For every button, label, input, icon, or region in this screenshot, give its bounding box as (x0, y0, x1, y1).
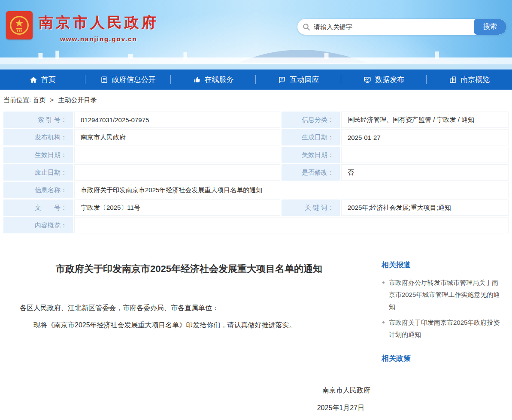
meta-value-docno: 宁政发〔2025〕11号 (74, 199, 280, 216)
meta-label-issuer: 发布机构： (3, 129, 73, 145)
meta-value-invalid (341, 147, 509, 163)
signature-block: 南京市人民政府 2025年1月27日 (16, 381, 379, 417)
meta-value-issuer: 南京市人民政府 (74, 129, 280, 145)
search-button[interactable]: 搜索 (474, 19, 506, 35)
nav-item-home[interactable]: 首页 (0, 69, 85, 90)
related-report-link[interactable]: 市政府办公厅转发市城市管理局关于南京市2025年城市管理工作实施意见的通知 (382, 277, 503, 312)
meta-label-modified: 是否修改： (282, 164, 340, 181)
article-salutation: 各区人民政府、江北新区管委会，市府各委办局、市各直属单位： (20, 302, 379, 314)
meta-label-summary: 内容概览： (3, 217, 73, 233)
signature-name: 南京市人民政府 (16, 381, 379, 399)
national-emblem-logo (6, 11, 33, 39)
nav-item-data-release[interactable]: 数据发布 (341, 69, 427, 90)
page: 南京市人民政府 www.nanjing.gov.cn 搜索 首页 (0, 0, 512, 420)
breadcrumb-home-link[interactable]: 首页 (33, 96, 45, 103)
main-nav: 首页 政府信息公开 在线服务 互动回应 数据发布 (0, 69, 512, 90)
meta-label-name: 信息名称： (3, 182, 73, 198)
meta-label-index: 索 引 号： (3, 112, 73, 128)
chat-icon (278, 76, 286, 84)
nav-label: 首页 (41, 75, 56, 85)
site-title: 南京市人民政府 (39, 13, 159, 33)
site-url: www.nanjing.gov.cn (39, 35, 159, 42)
sidebar: 相关报道 市政府办公厅转发市城市管理局关于南京市2025年城市管理工作实施意见的… (379, 244, 509, 420)
article: 市政府关于印发南京市2025年经济社会发展重大项目名单的通知 各区人民政府、江北… (3, 244, 379, 420)
search-input[interactable] (314, 23, 474, 30)
meta-label-invalid: 失效日期： (282, 147, 340, 163)
meta-label-docno: 文 号： (3, 199, 73, 216)
home-icon (30, 76, 37, 84)
meta-value-gendate: 2025-01-27 (341, 129, 509, 145)
meta-value-category: 国民经济管理、国有资产监管 / 宁政发 / 通知 (341, 112, 509, 128)
related-report-link[interactable]: 市政府关于印发南京市2025年政府投资计划的通知 (382, 317, 503, 341)
document-icon (100, 76, 108, 84)
meta-label-gendate: 生成日期： (282, 129, 340, 145)
nav-item-interaction[interactable]: 互动回应 (256, 69, 341, 90)
nav-label: 互动回应 (290, 75, 319, 85)
monitor-icon (364, 76, 371, 84)
breadcrumb-prefix: 当前位置: (3, 96, 31, 103)
thumbs-up-icon (193, 76, 201, 84)
building-icon (449, 76, 457, 84)
document-meta-table: 索 引 号： 012947031/2025-07975 信息分类： 国民经济管理… (3, 112, 509, 233)
meta-label-effective: 生效日期： (3, 147, 73, 163)
nav-label: 南京概览 (460, 75, 490, 85)
nav-item-online-service[interactable]: 在线服务 (171, 69, 256, 90)
meta-value-name: 市政府关于印发南京市2025年经济社会发展重大项目名单的通知 (74, 182, 509, 198)
related-reports-list: 市政府办公厅转发市城市管理局关于南京市2025年城市管理工作实施意见的通知 市政… (382, 277, 503, 341)
meta-label-abolish: 废止日期： (3, 164, 73, 181)
breadcrumb-separator: > (50, 96, 54, 103)
breadcrumb: 当前位置: 首页 > 主动公开目录 (0, 90, 512, 110)
search-bar: 搜索 (297, 19, 506, 35)
signature-date: 2025年1月27日 (16, 399, 379, 417)
nav-item-gov-info[interactable]: 政府信息公开 (85, 69, 171, 90)
meta-value-keyword: 2025年;经济社会发展;重大项目;通知 (341, 199, 509, 216)
meta-value-effective (74, 147, 280, 163)
meta-value-index: 012947031/2025-07975 (74, 112, 280, 128)
article-paragraph: 现将《南京市2025年经济社会发展重大项目名单》印发给你们，请认真做好推进落实。 (20, 319, 379, 332)
meta-label-category: 信息分类： (282, 112, 340, 128)
search-icon (303, 23, 310, 31)
nav-item-overview[interactable]: 南京概览 (427, 69, 512, 90)
meta-label-keyword: 关 键 词： (282, 199, 340, 216)
meta-value-summary (74, 217, 509, 233)
nav-label: 政府信息公开 (112, 75, 156, 85)
related-policies-heading: 相关政策 (382, 354, 503, 363)
article-title: 市政府关于印发南京市2025年经济社会发展重大项目名单的通知 (16, 262, 362, 276)
meta-value-modified: 否 (341, 164, 509, 181)
nav-label: 在线服务 (205, 75, 234, 85)
site-banner: 南京市人民政府 www.nanjing.gov.cn 搜索 (0, 0, 512, 69)
breadcrumb-current-link[interactable]: 主动公开目录 (58, 96, 97, 103)
related-reports-heading: 相关报道 (382, 260, 503, 270)
content-area: 市政府关于印发南京市2025年经济社会发展重大项目名单的通知 各区人民政府、江北… (3, 244, 509, 420)
nav-label: 数据发布 (375, 75, 404, 85)
meta-value-abolish (74, 164, 280, 181)
